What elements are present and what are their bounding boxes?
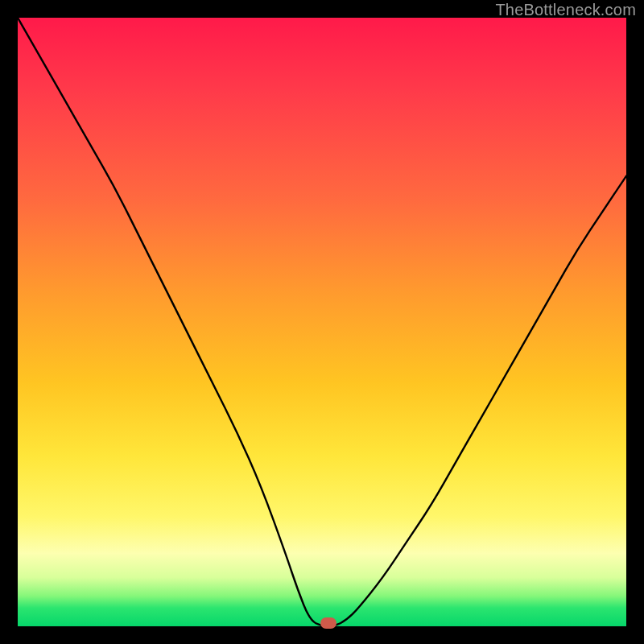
watermark-text: TheBottleneck.com [495, 1, 636, 19]
chart-frame: TheBottleneck.com [0, 0, 644, 644]
optimal-point-marker [320, 617, 336, 629]
bottleneck-curve [18, 18, 626, 626]
